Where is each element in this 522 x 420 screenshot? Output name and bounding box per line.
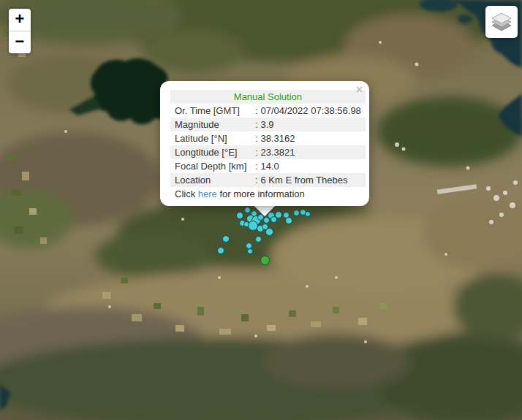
epicenter-marker[interactable] [236, 212, 243, 219]
layers-icon [491, 12, 512, 31]
popup-row-label: Magnitude [170, 118, 251, 131]
zoom-in-button[interactable]: + [9, 9, 31, 31]
popup-row: Latitude [°N]: 38.3162 [170, 131, 366, 145]
popup-row-label: Focal Depth [km] [170, 159, 251, 173]
map-viewport[interactable]: × Manual Solution Or. Time [GMT]: 07/04/… [0, 0, 522, 420]
popup-row-label: Location [170, 173, 251, 187]
popup-row-label: Longtitude [°E] [170, 145, 251, 159]
epicenter-marker[interactable] [305, 211, 311, 217]
more-info-link[interactable]: here [198, 188, 217, 199]
epicenter-marker[interactable] [244, 207, 251, 213]
epicenter-marker[interactable] [293, 210, 300, 216]
popup-row: Focal Depth [km]: 14.0 [170, 159, 366, 173]
popup-row-value: : 3.9 [251, 118, 366, 131]
footer-text-post: for more information [217, 188, 305, 199]
popup-row-label: Or. Time [GMT] [170, 104, 251, 118]
zoom-control: + − [9, 9, 31, 53]
popup-table-body: Or. Time [GMT]: 07/04/2022 07:38:56.98Ma… [170, 104, 366, 187]
event-popup: × Manual Solution Or. Time [GMT]: 07/04/… [160, 81, 369, 206]
popup-row-label: Latitude [°N] [170, 131, 251, 145]
popup-row: Longtitude [°E]: 23.3821 [170, 145, 366, 159]
epicenter-marker[interactable] [222, 235, 230, 243]
popup-title: Manual Solution [170, 90, 366, 104]
popup-row-value: : 38.3162 [251, 131, 366, 145]
epicenter-marker[interactable] [265, 228, 273, 236]
popup-title-row: Manual Solution [170, 90, 366, 104]
popup-row-value: : 6 Km E from Thebes [251, 173, 366, 187]
popup-row-value: : 23.3821 [251, 145, 366, 159]
popup-row-value: : 14.0 [251, 159, 366, 173]
popup-close-button[interactable]: × [356, 85, 363, 95]
epicenter-marker[interactable] [247, 248, 253, 254]
popup-row: Magnitude: 3.9 [170, 118, 366, 131]
epicenter-marker[interactable] [285, 217, 292, 224]
epicenter-marker[interactable] [217, 247, 224, 254]
popup-row: Location: 6 Km E from Thebes [170, 173, 366, 187]
popup-footer: Click here for more information [170, 187, 359, 200]
popup-row-value: : 07/04/2022 07:38:56.98 [251, 104, 366, 118]
layers-control-button[interactable] [485, 6, 518, 38]
footer-text-pre: Click [175, 188, 198, 199]
zoom-out-button[interactable]: − [9, 31, 31, 53]
event-details-table: Manual Solution Or. Time [GMT]: 07/04/20… [170, 90, 366, 187]
popup-row: Or. Time [GMT]: 07/04/2022 07:38:56.98 [170, 104, 366, 118]
epicenter-marker[interactable] [255, 236, 262, 243]
epicenter-marker[interactable] [275, 211, 282, 218]
epicenter-marker-highlight[interactable] [260, 256, 270, 265]
